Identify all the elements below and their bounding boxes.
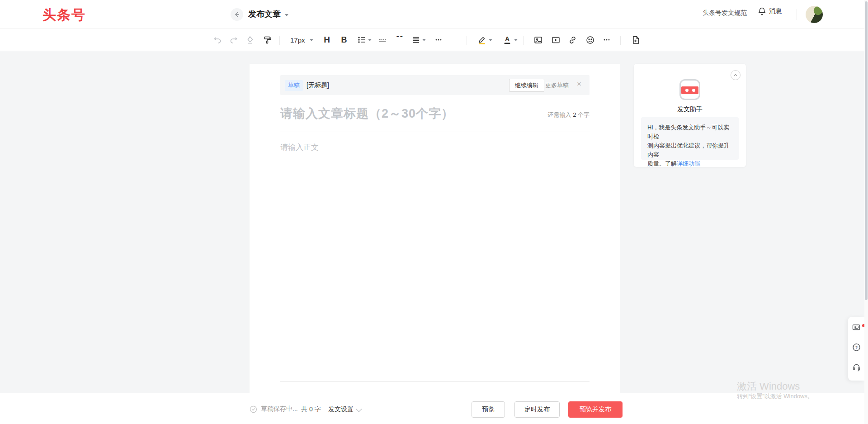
toutiao-logo[interactable]: 头条号 — [42, 6, 86, 24]
messages-button[interactable]: 消息 — [758, 7, 782, 15]
save-status-group: 草稿保存中... — [250, 405, 298, 413]
font-size-value: 17px — [290, 36, 305, 44]
continue-editing-button[interactable]: 继续编辑 — [509, 79, 544, 92]
undo-icon — [213, 35, 222, 44]
assistant-message-line2: 测内容提出优化建议，帮你提升内容 — [647, 141, 732, 159]
preview-button[interactable]: 预览 — [472, 401, 505, 418]
windows-activation-hint: 转到“设置”以激活 Windows。 — [737, 392, 813, 400]
draft-badge: 草稿 — [285, 80, 303, 91]
redo-icon — [229, 35, 238, 44]
scrollbar-thumb[interactable] — [865, 1, 868, 300]
bell-icon — [758, 7, 766, 15]
header: 头条号 发布文章 头条号发文规范 消息 — [0, 0, 868, 29]
keyboard-panel-icon — [852, 323, 861, 332]
assistant-message-line3: 质量。了解详细功能 — [647, 159, 732, 168]
list-icon — [357, 35, 366, 44]
font-size-control[interactable]: 17px — [288, 33, 315, 46]
publishing-norms-link[interactable]: 头条号发文规范 — [703, 9, 747, 17]
redo-button[interactable] — [227, 33, 240, 46]
article-title-input[interactable]: 请输入文章标题（2～30个字） — [280, 105, 454, 122]
toolbar-separator — [523, 36, 524, 45]
heading-icon: H — [324, 35, 330, 45]
back-button[interactable] — [231, 8, 243, 21]
insert-video-button[interactable] — [549, 33, 562, 46]
preview-and-publish-button[interactable]: 预览并发布 — [568, 401, 623, 418]
messages-label: 消息 — [769, 7, 782, 15]
publish-article-page: 头条号 发布文章 头条号发文规范 消息 — [0, 0, 868, 424]
divider-line-button[interactable] — [376, 33, 389, 46]
collapse-panel-button[interactable] — [731, 70, 741, 80]
page-title-caret-icon[interactable] — [285, 14, 288, 16]
header-divider — [797, 9, 797, 20]
more-icon-2 — [602, 35, 611, 44]
more-format-button[interactable] — [432, 33, 445, 46]
headset-icon — [852, 362, 861, 372]
list-button[interactable] — [355, 33, 373, 46]
heading-button[interactable]: H — [321, 33, 333, 46]
assistant-title: 发文助手 — [634, 105, 746, 114]
back-icon — [234, 11, 240, 18]
publish-assistant-panel: 发文助手 Hi，我是头条发文助手～可以实时检 测内容提出优化建议，帮你提升内容 … — [634, 64, 746, 167]
close-icon[interactable]: × — [577, 80, 581, 89]
robot-icon — [679, 79, 700, 100]
help-icon: ? — [852, 343, 861, 352]
insert-image-button[interactable] — [532, 33, 544, 46]
import-doc-icon — [631, 35, 641, 45]
help-button[interactable]: ? — [851, 342, 861, 352]
image-icon — [533, 35, 543, 45]
align-caret-icon — [422, 39, 426, 41]
svg-text:A: A — [505, 35, 509, 43]
undo-button[interactable] — [211, 33, 224, 46]
editor-bottom-divider — [280, 381, 590, 382]
side-tools-panel: ? — [848, 317, 864, 381]
bold-icon: B — [341, 35, 347, 45]
insert-emoji-button[interactable] — [584, 33, 596, 46]
import-document-button[interactable] — [629, 33, 642, 46]
align-icon — [411, 35, 420, 44]
schedule-publish-button[interactable]: 定时发布 — [514, 401, 560, 418]
list-caret-icon — [368, 39, 372, 41]
article-body-input[interactable]: 请输入正文 — [280, 142, 319, 152]
check-circle-icon — [250, 405, 257, 413]
draft-notice-bar: 草稿 [无标题] 继续编辑 更多草稿 × — [280, 75, 590, 95]
publish-settings-label: 发文设置 — [328, 405, 354, 414]
more-drafts-link[interactable]: 更多草稿 — [545, 81, 569, 90]
font-color-caret-icon — [514, 39, 518, 41]
divider-line-icon — [378, 35, 387, 44]
clear-format-button[interactable] — [244, 33, 256, 46]
emoji-icon — [585, 35, 595, 45]
highlight-button[interactable] — [475, 33, 495, 46]
customer-service-button[interactable] — [851, 362, 861, 372]
quote-icon: “ — [396, 36, 405, 43]
toolbar-separator — [620, 36, 621, 45]
format-painter-icon — [263, 35, 272, 44]
counter-suffix: 个字 — [576, 111, 590, 118]
save-status-text: 草稿保存中... — [261, 405, 298, 413]
assistant-message: Hi，我是头条发文助手～可以实时检 测内容提出优化建议，帮你提升内容 质量。了解… — [641, 117, 739, 160]
link-icon — [568, 35, 577, 45]
more-icon — [434, 35, 443, 44]
assistant-detail-link[interactable]: 详细功能 — [677, 160, 700, 167]
more-insert-button[interactable] — [600, 33, 613, 46]
shortcut-panel-button[interactable] — [851, 322, 861, 332]
svg-text:?: ? — [855, 345, 857, 350]
publish-settings-toggle[interactable]: 发文设置 — [328, 405, 360, 414]
align-button[interactable] — [410, 33, 428, 46]
insert-link-button[interactable] — [566, 33, 579, 46]
word-count: 共 0 字 — [301, 405, 321, 414]
font-color-button[interactable]: A — [500, 33, 520, 46]
font-size-caret-icon — [310, 39, 313, 41]
avatar[interactable] — [806, 6, 823, 23]
video-icon — [551, 35, 561, 45]
editor-card: 草稿 [无标题] 继续编辑 更多草稿 × 请输入文章标题（2～30个字） 还需输… — [250, 64, 620, 393]
bold-button[interactable]: B — [338, 33, 350, 46]
title-char-counter: 还需输入 2 个字 — [548, 111, 590, 119]
clear-format-icon — [245, 35, 255, 44]
assistant-message-line1: Hi，我是头条发文助手～可以实时检 — [647, 123, 732, 141]
toolbar-separator — [279, 36, 280, 45]
quote-button[interactable]: “ — [394, 33, 406, 46]
highlight-pen-icon — [477, 35, 487, 45]
chevron-down-icon — [356, 406, 362, 412]
format-painter-button[interactable] — [261, 33, 274, 46]
highlight-caret-icon — [489, 39, 492, 41]
